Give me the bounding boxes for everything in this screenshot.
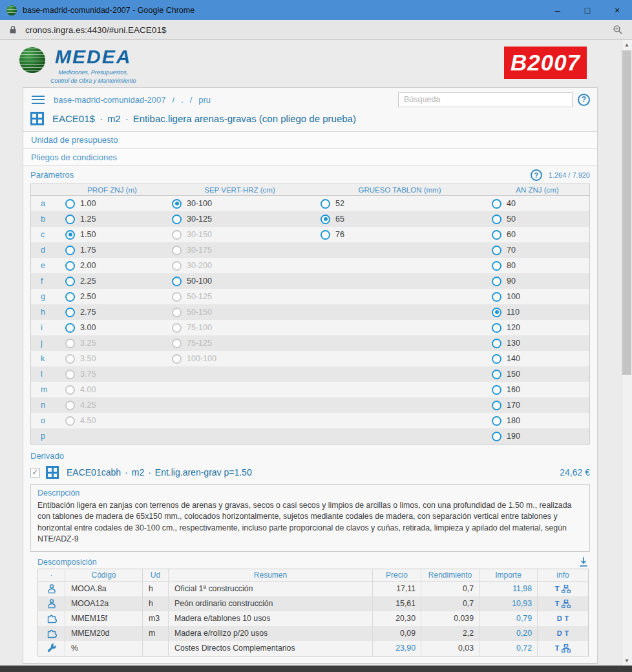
param-row-letter: m [31, 385, 59, 394]
param-option[interactable]: 180 [485, 416, 589, 426]
decomp-row[interactable]: MOOA12ahPeón ordinario construcción15,61… [38, 596, 588, 611]
param-option[interactable]: 1.50 [59, 230, 165, 240]
tree-icon[interactable] [560, 585, 572, 593]
param-option[interactable]: 160 [485, 385, 589, 395]
breadcrumb-dot[interactable]: . [181, 95, 184, 105]
param-option[interactable]: 40 [485, 199, 589, 209]
scrollbar-thumb[interactable] [622, 50, 631, 375]
param-option[interactable]: 190 [485, 432, 589, 441]
derived-price: 24,62 € [560, 467, 590, 478]
param-option[interactable]: 1.25 [59, 215, 165, 224]
radio-icon [65, 308, 75, 317]
param-option[interactable]: 60 [485, 230, 589, 240]
decomp-row[interactable]: %Costes Directos Complementarios23,900,0… [38, 641, 588, 656]
param-option[interactable]: 120 [485, 323, 589, 333]
unit-grid-icon[interactable] [30, 112, 44, 125]
menu-icon[interactable] [32, 96, 45, 104]
brand-name: MEDEA [50, 46, 136, 68]
param-option-label: 4.25 [80, 401, 96, 410]
param-option-label: 3.00 [80, 323, 96, 332]
search-input[interactable] [398, 92, 573, 107]
radio-icon [321, 215, 330, 224]
page-scrollbar[interactable]: ▲ ▼ [621, 40, 632, 666]
param-option[interactable]: 110 [485, 308, 589, 317]
parameters-help-icon[interactable] [531, 169, 542, 181]
param-option[interactable]: 30-125 [165, 215, 314, 224]
param-option[interactable]: 65 [314, 215, 485, 224]
param-row: p190 [31, 428, 589, 444]
download-icon[interactable] [578, 556, 589, 567]
radio-icon [492, 277, 501, 286]
tree-icon[interactable] [560, 644, 572, 653]
param-row-letter: k [31, 354, 59, 363]
param-option: 30-150 [165, 230, 314, 240]
address-bar[interactable]: cronos.ingra.es:4430/#uni.EACE01$ [0, 20, 632, 40]
param-option-label: 1.50 [80, 230, 96, 239]
tree-icon[interactable] [560, 600, 572, 608]
brand-tagline-line2: Control de Obra y Mantenimiento [50, 77, 136, 85]
param-option[interactable]: 140 [485, 354, 589, 364]
param-option[interactable]: 50 [485, 215, 589, 224]
scroll-down-icon[interactable]: ▼ [622, 656, 632, 666]
breadcrumb-leaf[interactable]: pru [198, 95, 211, 105]
derived-checkbox[interactable] [30, 468, 40, 478]
info-D-icon[interactable]: D [557, 614, 562, 622]
lock-icon [9, 25, 17, 34]
section-pliegos-de-condiciones[interactable]: Pliegos de condiciones [23, 149, 597, 166]
param-option[interactable]: 100 [485, 292, 589, 302]
param-option[interactable]: 90 [485, 277, 589, 286]
maximize-button[interactable]: □ [573, 0, 602, 20]
url-text[interactable]: cronos.ingra.es:4430/#uni.EACE01$ [25, 25, 613, 35]
param-option[interactable]: 170 [485, 401, 589, 410]
param-option[interactable]: 52 [314, 199, 485, 209]
param-option[interactable]: 1.00 [59, 199, 165, 209]
decomp-row[interactable]: MMEM20dmMadera e/rollizo p/20 usos0,092,… [38, 626, 588, 641]
param-option: 4.50 [59, 416, 165, 426]
scroll-up-icon[interactable]: ▲ [622, 40, 632, 50]
param-option[interactable]: 150 [485, 370, 589, 379]
puzzle-icon [38, 611, 65, 626]
param-option-label: 120 [507, 323, 520, 332]
param-option[interactable]: 2.50 [59, 292, 165, 302]
close-button[interactable]: × [602, 0, 632, 20]
info-T-icon[interactable]: T [565, 614, 569, 622]
param-option[interactable]: 70 [485, 246, 589, 255]
help-icon[interactable] [578, 94, 590, 106]
info-T-icon[interactable]: T [555, 600, 560, 607]
info-T-icon[interactable]: T [555, 644, 560, 652]
param-option[interactable]: 80 [485, 261, 589, 271]
param-option[interactable]: 130 [485, 339, 589, 348]
param-option[interactable]: 76 [314, 230, 485, 240]
param-option[interactable]: 2.75 [59, 308, 165, 317]
decomp-amount-cell: 0,72 [479, 641, 538, 656]
decomp-summary-cell: Peón ordinario construcción [169, 596, 373, 611]
decomposition-table-body: MOOA.8ahOficial 1ª construcción17,110,71… [38, 582, 588, 656]
param-option[interactable]: 1.75 [59, 246, 165, 255]
decomp-row[interactable]: MOOA.8ahOficial 1ª construcción17,110,71… [38, 582, 588, 596]
section-unidad-de-presupuesto[interactable]: Unidad de presupuesto [23, 131, 597, 149]
param-option-label: 30-200 [187, 261, 212, 270]
info-D-icon[interactable]: D [557, 629, 562, 637]
decomp-ud-cell: m3 [143, 611, 169, 626]
param-option-label: 1.00 [80, 199, 96, 208]
minimize-button[interactable]: – [543, 0, 573, 20]
param-option[interactable]: 30-100 [165, 199, 314, 209]
derived-grid-icon[interactable] [46, 466, 59, 479]
param-option[interactable]: 2.00 [59, 261, 165, 271]
b2007-logo: B2007 [504, 47, 587, 79]
param-option[interactable]: 2.25 [59, 277, 165, 286]
radio-icon [172, 308, 182, 317]
param-option[interactable]: 3.00 [59, 323, 165, 333]
breadcrumb-base[interactable]: base-madrid-comunidad-2007 [54, 95, 165, 105]
param-option-label: 100 [507, 292, 520, 301]
param-option[interactable]: 50-100 [165, 277, 314, 286]
info-T-icon[interactable]: T [565, 629, 569, 637]
info-T-icon[interactable]: T [555, 585, 560, 593]
zoom-out-icon[interactable] [613, 25, 623, 35]
param-row-letter: g [31, 292, 59, 301]
radio-icon [65, 416, 75, 426]
derived-item-row[interactable]: EACE01cabh·m2·Ent.lig.aren-grav p=1.50 2… [23, 465, 597, 484]
decomp-row[interactable]: MMEM15fm3Madera e/tablones 10 usos20,300… [38, 611, 588, 626]
param-option-label: 150 [507, 370, 520, 379]
radio-icon [492, 401, 501, 410]
